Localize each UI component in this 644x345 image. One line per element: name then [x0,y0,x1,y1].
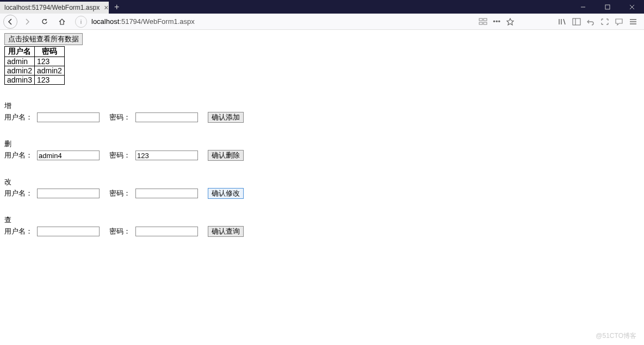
page-content: 点击按钮查看所有数据 用户名 密码 admin 123 admin2 admin… [0,30,644,240]
url-text: localhost:51794/WebForm1.aspx [91,17,195,26]
section-title-update: 改 [4,177,640,187]
label-password: 密码： [109,189,131,198]
data-table: 用户名 密码 admin 123 admin2 admin2 admin3 12… [4,46,65,85]
address-bar[interactable]: i localhost:51794/WebForm1.aspx [75,16,473,28]
svg-rect-6 [479,22,482,24]
home-button[interactable] [54,14,70,29]
info-icon[interactable]: i [75,16,87,28]
window-controls [571,0,644,14]
delete-username-input[interactable] [37,150,100,160]
delete-password-input[interactable] [135,150,198,160]
more-icon[interactable]: ••• [493,17,500,26]
menu-icon[interactable] [629,18,637,26]
tab-strip: localhost:51794/WebForm1.aspx × + [0,0,125,14]
library-icon[interactable] [558,18,567,26]
table-header-row: 用户名 密码 [5,47,65,57]
svg-line-10 [564,19,565,24]
query-confirm-button[interactable]: 确认查询 [208,226,244,237]
new-tab-button[interactable]: + [109,2,125,12]
tab-title: localhost:51794/WebForm1.aspx [4,4,100,11]
reload-button[interactable] [37,14,52,29]
label-username: 用户名： [4,112,33,122]
update-confirm-button[interactable]: 确认修改 [208,188,244,199]
browser-tab-active[interactable]: localhost:51794/WebForm1.aspx × [0,2,109,14]
section-title-delete: 删 [4,139,640,149]
section-title-query: 查 [4,215,640,225]
table-row: admin 123 [5,57,65,66]
query-password-input[interactable] [135,227,198,236]
view-all-button[interactable]: 点击按钮查看所有数据 [4,33,83,45]
maximize-button[interactable] [595,0,620,14]
section-title-add: 增 [4,101,640,111]
chat-icon[interactable] [615,18,623,26]
svg-rect-4 [479,18,482,21]
th-username: 用户名 [5,47,35,57]
label-username: 用户名： [4,227,33,236]
section-update: 改 用户名： 密码： 确认修改 [4,177,640,199]
update-password-input[interactable] [135,189,198,198]
browser-toolbar: i localhost:51794/WebForm1.aspx ••• [0,14,644,30]
section-add: 增 用户名： 密码： 确认添加 [4,101,640,123]
undo-icon[interactable] [586,18,595,26]
window-titlebar: localhost:51794/WebForm1.aspx × + [0,0,644,14]
query-username-input[interactable] [37,227,100,236]
add-confirm-button[interactable]: 确认添加 [208,112,244,123]
add-username-input[interactable] [37,112,100,122]
label-password: 密码： [109,227,131,236]
section-delete: 删 用户名： 密码： 确认删除 [4,139,640,161]
svg-rect-5 [484,18,487,21]
bookmark-star-icon[interactable] [506,17,515,26]
forward-button[interactable] [20,14,35,29]
label-username: 用户名： [4,150,33,160]
sidebar-icon[interactable] [572,18,581,26]
label-password: 密码： [109,112,131,122]
th-password: 密码 [34,47,64,57]
add-password-input[interactable] [135,112,198,122]
update-username-input[interactable] [37,189,100,198]
toolbar-right: ••• [479,17,641,26]
screenshot-icon[interactable] [600,18,609,26]
svg-rect-1 [605,5,610,9]
svg-rect-11 [573,18,580,25]
label-password: 密码： [109,150,131,160]
label-username: 用户名： [4,189,33,198]
close-window-button[interactable] [620,0,644,14]
table-row: admin2 admin2 [5,66,65,76]
reader-icon[interactable] [479,18,487,26]
svg-rect-7 [484,22,487,24]
minimize-button[interactable] [571,0,595,14]
table-row: admin3 123 [5,76,65,85]
delete-confirm-button[interactable]: 确认删除 [208,150,244,161]
close-tab-icon[interactable]: × [104,3,108,12]
back-button[interactable] [3,15,17,29]
section-query: 查 用户名： 密码： 确认查询 [4,215,640,237]
